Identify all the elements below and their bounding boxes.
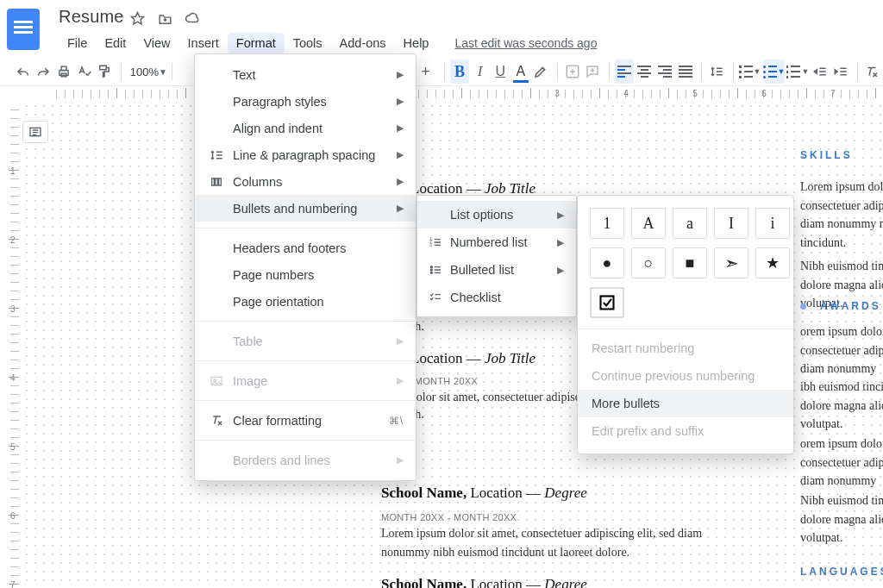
format-menu-item[interactable]: Page numbers — [195, 261, 416, 288]
bulleted-list-button[interactable]: ▼ — [763, 59, 786, 84]
bullets-submenu-panel: List options▶123Numbered list▶Bulleted l… — [416, 195, 577, 317]
submenu-arrow-icon: ▶ — [397, 176, 404, 187]
format-menu-item[interactable]: Page orientation — [195, 288, 416, 315]
format-menu-item[interactable]: Line & paragraph spacing▶ — [195, 141, 416, 168]
bullet-style-option[interactable]: ■ — [673, 247, 707, 278]
document-outline-toggle[interactable] — [22, 121, 48, 143]
redo-button[interactable] — [34, 59, 53, 84]
format-menu-item[interactable]: Paragraph styles▶ — [195, 88, 416, 115]
menu-format[interactable]: Format — [228, 33, 285, 53]
menu-item-label: Bullets and numbering — [229, 202, 397, 216]
checkbox-style-option[interactable] — [590, 287, 624, 318]
last-edit-link[interactable]: Last edit was seconds ago — [454, 36, 597, 50]
menu-item-label: Paragraph styles — [229, 95, 397, 109]
align-left-button[interactable] — [615, 59, 634, 84]
svg-point-14 — [430, 272, 432, 273]
format-menu-item[interactable]: Columns▶ — [195, 168, 416, 195]
numbered-list-icon: 123 — [424, 236, 447, 248]
format-menu-item: Borders and lines▶ — [195, 447, 416, 473]
vertical-ruler[interactable]: 1234567 — [7, 102, 22, 588]
checklist-icon — [424, 291, 447, 303]
number-style-option[interactable]: i — [755, 208, 790, 239]
print-button[interactable] — [54, 59, 73, 84]
highlight-button[interactable] — [532, 59, 551, 84]
submenu-arrow-icon: ▶ — [397, 122, 404, 134]
add-comment-button[interactable] — [584, 59, 603, 84]
menu-tools[interactable]: Tools — [285, 33, 331, 53]
number-style-option[interactable]: 1 — [590, 208, 624, 239]
format-menu-item[interactable]: Text▶ — [195, 61, 416, 88]
horizontal-ruler[interactable]: 34567 — [48, 86, 883, 102]
bullet-style-option[interactable]: ● — [590, 247, 624, 278]
line-spacing-button[interactable] — [707, 59, 726, 84]
numbered-list-button[interactable]: ▼ — [786, 59, 809, 84]
line-spacing-icon — [204, 148, 229, 162]
clear-formatting-toolbar-button[interactable] — [862, 59, 881, 84]
bullet-style-option[interactable]: ★ — [755, 247, 790, 278]
align-center-button[interactable] — [636, 59, 654, 84]
bold-button[interactable]: B — [450, 59, 469, 84]
format-menu-item[interactable]: Bullets and numbering▶ — [195, 195, 416, 222]
menu-item-label: Align and indent — [229, 122, 397, 135]
format-menu-item[interactable]: Clear formatting⌘\ — [195, 407, 416, 434]
menu-edit[interactable]: Edit — [96, 33, 135, 53]
font-size-increase[interactable]: + — [413, 59, 437, 84]
submenu-arrow-icon: ▶ — [397, 375, 404, 386]
increase-indent-button[interactable] — [831, 59, 850, 84]
menu-view[interactable]: View — [135, 33, 178, 53]
underline-button[interactable]: U — [491, 59, 510, 84]
menu-item-label: Line & paragraph spacing — [229, 148, 397, 162]
decrease-indent-button[interactable] — [811, 59, 830, 84]
image-icon — [204, 375, 229, 387]
number-style-option[interactable]: A — [631, 208, 666, 239]
align-right-button[interactable] — [655, 59, 674, 84]
checklist-button[interactable]: ▼ — [739, 59, 761, 84]
menu-bar: File Edit View Insert Format Tools Add-o… — [59, 31, 597, 55]
bullets-submenu-item[interactable]: 123Numbered list▶ — [417, 228, 576, 256]
move-to-folder-icon[interactable] — [157, 10, 172, 26]
bullet-style-option[interactable]: ➣ — [714, 247, 748, 278]
menu-help[interactable]: Help — [395, 33, 438, 53]
zoom-select[interactable]: 100%▼ — [127, 66, 166, 78]
menu-item-label: Headers and footers — [229, 241, 404, 255]
format-menu-item: Image▶ — [195, 367, 416, 394]
number-style-option[interactable]: a — [673, 208, 707, 239]
list-options-item: Continue previous numbering — [590, 362, 781, 390]
spellcheck-button[interactable] — [75, 59, 94, 84]
align-justify-button[interactable] — [676, 59, 695, 84]
submenu-arrow-icon: ▶ — [397, 454, 404, 466]
svg-rect-15 — [601, 297, 614, 310]
submenu-arrow-icon: ▶ — [557, 265, 564, 276]
bullets-submenu-item[interactable]: List options▶ — [417, 201, 576, 228]
list-options-item: Restart numbering — [590, 335, 781, 362]
clear-format-icon — [204, 414, 229, 428]
format-menu-item[interactable]: Headers and footers — [195, 235, 416, 261]
bullets-submenu-item[interactable]: Checklist — [417, 284, 576, 311]
submenu-arrow-icon: ▶ — [397, 335, 404, 347]
submenu-arrow-icon: ▶ — [397, 69, 404, 80]
bullet-style-option[interactable]: ○ — [631, 247, 666, 278]
bullets-submenu-item[interactable]: Bulleted list▶ — [417, 256, 576, 284]
list-options-item[interactable]: More bullets — [578, 390, 793, 417]
text-color-button[interactable]: A — [511, 59, 530, 84]
cloud-status-icon[interactable] — [185, 10, 200, 26]
doc-section-heading: LANGUAGES — [800, 566, 883, 578]
menu-item-label: Page orientation — [229, 295, 404, 309]
menu-file[interactable]: File — [59, 33, 96, 53]
paint-format-button[interactable] — [95, 59, 114, 84]
svg-point-13 — [430, 269, 432, 271]
awards-bullet-icon — [800, 303, 806, 310]
menu-item-shortcut: ⌘\ — [389, 415, 404, 427]
insert-link-button[interactable] — [563, 59, 582, 84]
format-menu-item[interactable]: Align and indent▶ — [195, 115, 416, 141]
italic-button[interactable]: I — [471, 59, 490, 84]
svg-marker-0 — [131, 12, 143, 23]
doc-title[interactable]: Resume — [59, 7, 124, 27]
menu-insert[interactable]: Insert — [179, 33, 228, 53]
menu-addons[interactable]: Add-ons — [331, 33, 395, 53]
undo-button[interactable] — [14, 59, 33, 84]
menu-item-label: Page numbers — [229, 268, 404, 282]
svg-rect-2 — [61, 66, 66, 70]
star-icon[interactable] — [129, 10, 145, 26]
number-style-option[interactable]: I — [714, 208, 748, 239]
